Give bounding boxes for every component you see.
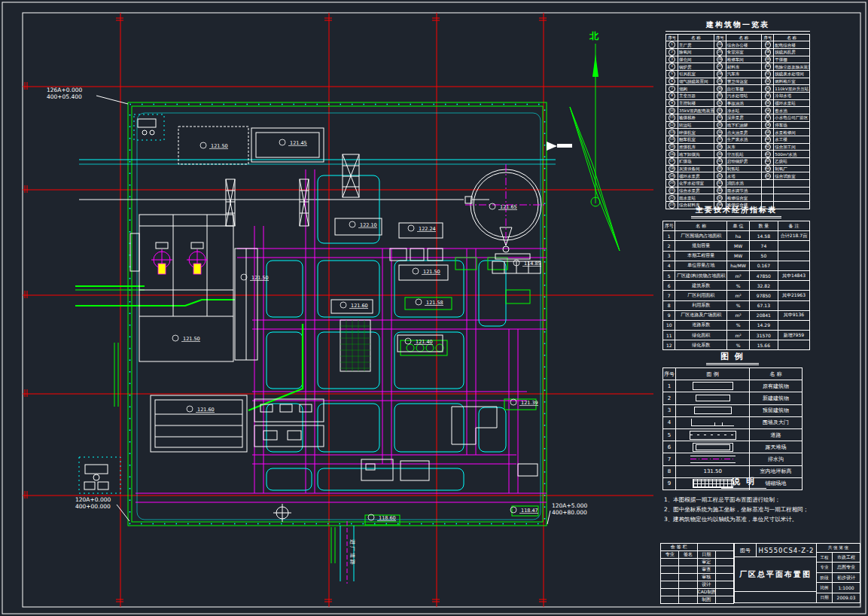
building-no: 9 bbox=[666, 99, 678, 107]
building-no: 29 bbox=[714, 78, 726, 85]
building-name: 脱硫废水处理间 bbox=[774, 70, 810, 78]
gatehouse-compound bbox=[134, 114, 164, 140]
building-table: 序号 名 称 序号 名 称 序号 名 称 1主厂房24综合办公楼47配电综合楼2… bbox=[665, 34, 810, 209]
building-number-marker bbox=[349, 221, 355, 227]
building-name: 主控制楼 bbox=[678, 99, 714, 107]
tech-cell bbox=[778, 300, 809, 310]
elevation-label: 121.40 bbox=[416, 339, 433, 345]
building-list-panel: 建构筑物一览表 序号 名 称 序号 名 称 序号 名 称 1主厂房24综合办公楼… bbox=[665, 20, 810, 209]
legend-row: 2新建建筑物 bbox=[663, 392, 803, 404]
elevation-label: 121.60 bbox=[197, 407, 215, 413]
building-no: 65 bbox=[762, 172, 774, 180]
title-block: 会 签 栏 专业 签名 日期 审定 审查 审核 设计 CAD制图 制图 图号 H… bbox=[660, 543, 860, 603]
building-no: 7 bbox=[666, 85, 678, 93]
building-no: 47 bbox=[762, 41, 774, 49]
tech-cell: 5 bbox=[663, 270, 675, 280]
building-no: 15 bbox=[666, 143, 678, 151]
building-name: 事故油池 bbox=[726, 99, 762, 107]
tech-cell: 建筑系数 bbox=[675, 281, 727, 291]
building-no: 14 bbox=[666, 136, 678, 143]
legend-row: 1原有建筑物 bbox=[663, 380, 803, 392]
col-name: 名 称 bbox=[774, 35, 810, 41]
tech-table-row: 12绿化系数%15.66 bbox=[663, 340, 810, 350]
building-number-marker bbox=[405, 338, 411, 344]
building-name bbox=[774, 179, 810, 187]
building-no: 19 bbox=[666, 172, 678, 180]
elevation-label: 121.39 bbox=[521, 400, 538, 406]
building-table-row: 18灰渣设备间41制氢站64制氧厂 bbox=[666, 165, 810, 172]
north-arrow-icon: 北 bbox=[570, 31, 620, 251]
tech-cell: 厂区围墙内占地面积 bbox=[675, 231, 727, 241]
building-name: 灰渣设备间 bbox=[678, 165, 714, 172]
legend-no: 2 bbox=[663, 392, 676, 404]
tech-cell: % bbox=[727, 320, 750, 330]
elevation-label: 118.47 bbox=[521, 508, 538, 514]
col-seq: 序号 bbox=[714, 35, 726, 41]
building-number-marker bbox=[510, 507, 516, 513]
tech-cell: 15.66 bbox=[749, 340, 778, 350]
building-no: 30 bbox=[714, 85, 726, 93]
tech-cell: 规划容量 bbox=[675, 241, 727, 251]
notes-title: 说 明 bbox=[721, 476, 766, 490]
building-no: 60 bbox=[762, 136, 774, 143]
tech-cell: 11 bbox=[663, 331, 675, 340]
tech-cell: 20841 bbox=[749, 310, 778, 320]
tech-table-row: 6建筑系数%32.82 bbox=[663, 281, 810, 291]
legend-name: 道路 bbox=[750, 428, 803, 441]
tech-cell: 8 bbox=[663, 300, 675, 310]
building-table-row: 16地下卸煤沟39空压机站62500m³水池 bbox=[666, 151, 810, 158]
building-name bbox=[774, 194, 810, 202]
building-no: 24 bbox=[714, 41, 726, 49]
turbine-unit-2 bbox=[187, 242, 208, 274]
elevation-label: 121.50 bbox=[251, 275, 269, 281]
tech-cell: 厂区建(构)筑物占地面积 bbox=[675, 270, 727, 280]
building-no: 6 bbox=[666, 78, 678, 85]
building-number-marker bbox=[489, 203, 495, 209]
entrance-road: 进厂道路 bbox=[331, 521, 355, 584]
building-name: 材料库 bbox=[726, 63, 762, 71]
buildings bbox=[79, 114, 547, 493]
building-no: 39 bbox=[714, 151, 726, 158]
building-name: 500m³水池 bbox=[774, 151, 810, 158]
building-table-row: 13碎煤机室36点火油泵房59水泵检修间 bbox=[666, 129, 810, 136]
building-name: 输煤栈桥 bbox=[678, 114, 714, 121]
tech-cell bbox=[778, 261, 809, 270]
tech-cell bbox=[778, 281, 809, 291]
building-no: 13 bbox=[666, 129, 678, 136]
note-item: 1、本图根据一期工程总平面布置图进行绘制； bbox=[664, 495, 824, 505]
building-name: 警卫传达室 bbox=[726, 78, 762, 85]
legend-row: 6露天堆场 bbox=[663, 441, 803, 453]
building-no: 21 bbox=[666, 187, 678, 194]
building-no: 57 bbox=[762, 114, 774, 121]
factory-fence bbox=[128, 102, 547, 526]
elevation-label: 122.10 bbox=[360, 222, 377, 228]
building-table-title: 建构筑物一览表 bbox=[665, 20, 810, 32]
building-no: 12 bbox=[666, 121, 678, 129]
legend-name: 露天堆场 bbox=[750, 441, 803, 453]
building-no: 50 bbox=[762, 63, 774, 71]
tech-cell: 本期工程容量 bbox=[675, 251, 727, 261]
lattice-tower-3 bbox=[226, 179, 235, 226]
elevation-label: 121.60 bbox=[351, 303, 368, 309]
building-name: 深井泵房 bbox=[726, 114, 762, 121]
main-powerhouse bbox=[130, 215, 233, 361]
elevation-label: 121.50 bbox=[211, 143, 228, 149]
building-table-header: 序号 名 称 序号 名 称 序号 名 称 bbox=[666, 35, 810, 41]
building-table-row: 19循环水泵房42水塔65综合试验室 bbox=[666, 172, 810, 180]
tech-cell bbox=[778, 241, 809, 251]
tech-cell: 97850 bbox=[749, 291, 778, 300]
coord-bottom-left-line2: 400+00.000 bbox=[75, 503, 111, 510]
building-no: 10 bbox=[666, 107, 678, 114]
drawing-no-label: 图号 bbox=[735, 544, 757, 557]
cooling-tower bbox=[465, 164, 547, 273]
tech-cell bbox=[778, 320, 809, 330]
tech-table-row: 1厂区围墙内占地面积ha14.58合计218.7亩 bbox=[663, 231, 810, 241]
legend-row: 5道路 bbox=[663, 428, 803, 441]
building-table-row: 1主厂房24综合办公楼47配电综合楼 bbox=[666, 41, 810, 49]
building-name: 碎煤机室 bbox=[678, 129, 714, 136]
building-name: 燃料检斤室 bbox=[774, 78, 810, 85]
building-table-row: 15推煤机库38灰库61综合加工间 bbox=[666, 143, 810, 151]
building-name: 雨水调节池 bbox=[726, 187, 762, 194]
col-name: 名 称 bbox=[726, 35, 762, 41]
building-name: 烟气脱硫装置间 bbox=[678, 78, 714, 85]
